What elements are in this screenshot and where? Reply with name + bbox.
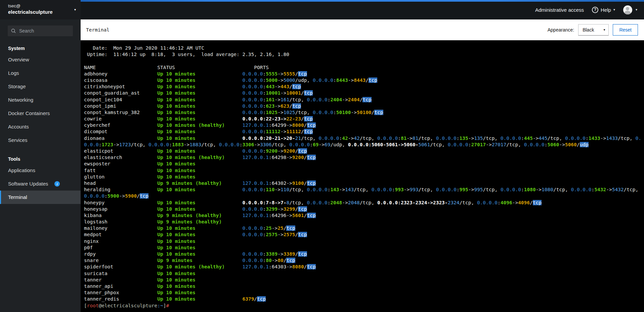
terminal-line: Uptime: 11:46:12 up 8:18, 3 users, load … (84, 51, 644, 58)
terminal-line: tanner_phpox Up 10 minutes (84, 290, 644, 296)
terminal-line: dicompot Up 10 minutes 0.0.0.0:11112->11… (84, 128, 644, 135)
sidebar: SystemOverviewLogsStorageNetworkingDocke… (0, 19, 81, 312)
terminal-line: conpot_guardian_ast Up 10 minutes 0.0.0.… (84, 90, 644, 96)
avatar (623, 5, 632, 14)
terminal-line: snare Up 9 minutes 0.0.0.0:80->80/tcp (84, 257, 644, 264)
terminal-line: mailoney Up 10 minutes 0.0.0.0:25->25/tc… (84, 225, 644, 231)
terminal-screen[interactable]: Date: Mon 29 Jun 2020 11:46:12 AM UTC Up… (81, 40, 644, 312)
help-label: Help (601, 7, 611, 13)
sidebar-item-services[interactable]: Services (0, 134, 81, 147)
select-caret-icon: ▾ (603, 28, 605, 32)
terminal-line: fatt Up 10 minutes (84, 167, 644, 174)
help-caret-icon: ▾ (613, 8, 615, 11)
admin-access-button[interactable]: Administrative access (535, 7, 584, 13)
terminal-line: head Up 9 minutes (healthy) 127.0.0.1:64… (84, 180, 644, 187)
terminal-line: tanner_redis Up 10 minutes 6379/tcp (84, 296, 644, 302)
sidebar-item-terminal[interactable]: Terminal (0, 191, 81, 204)
terminal-line: tanner_api Up 10 minutes (84, 283, 644, 290)
terminal-line: tanner Up 10 minutes (84, 277, 644, 283)
terminal-line: elasticsearch Up 10 minutes (healthy) 12… (84, 154, 644, 161)
host-switcher-caret-icon: ▾ (74, 8, 76, 11)
info-icon: i (54, 181, 60, 187)
terminal-line: conpot_iec104 Up 10 minutes 0.0.0.0:161-… (84, 97, 644, 103)
terminal-line: suricata Up 10 minutes (84, 270, 644, 277)
terminal-line: cyberchef Up 10 minutes (healthy) 127.0.… (84, 122, 644, 128)
terminal-line: glutton Up 10 minutes (84, 174, 644, 180)
masthead: Administrative access ? Help ▾ ▾ (0, 0, 644, 19)
sidebar-search[interactable] (8, 25, 73, 36)
sidebar-section-tools: Tools (0, 154, 81, 164)
terminal-line: elasticpot Up 10 minutes 0.0.0.0:9200->9… (84, 148, 644, 154)
terminal-line: cowrie Up 10 minutes 0.0.0.0:22-23->22-2… (84, 116, 644, 122)
sidebar-item-applications[interactable]: Applications (0, 164, 81, 177)
reset-button[interactable]: Reset (613, 24, 638, 36)
search-input[interactable] (18, 28, 70, 34)
search-icon (11, 29, 16, 33)
sidebar-section-system: System (0, 43, 81, 53)
terminal-line: honeypy Up 10 minutes 0.0.0.0:7-8->7-8/t… (84, 200, 644, 206)
sidebar-item-docker-containers[interactable]: Docker Containers (0, 107, 81, 120)
sidebar-item-networking[interactable]: Networking (0, 93, 81, 107)
session-menu[interactable]: ▾ (623, 5, 637, 14)
terminal-line: conpot_kamstrup_382 Up 10 minutes 0.0.0.… (84, 109, 644, 116)
terminal-line: 0.0.0.0:5900->5900/tcp (84, 193, 644, 199)
terminal-line: honeysap Up 10 minutes 0.0.0.0:3299->329… (84, 206, 644, 212)
sidebar-item-overview[interactable]: Overview (0, 53, 81, 66)
terminal-line: medpot Up 10 minutes 0.0.0.0:2575->2575/… (84, 231, 644, 238)
terminal-line: spiderfoot Up 10 minutes (healthy) 127.0… (84, 264, 644, 270)
terminal-line: conpot_ipmi Up 10 minutes 0.0.0.0:623->6… (84, 103, 644, 109)
appearance-select-value: Black (583, 27, 594, 33)
terminal-line: 0.0.0:1723->1723/tcp, 0.0.0.0:1883->1883… (84, 142, 644, 148)
terminal-line: adbhoney Up 10 minutes 0.0.0.0:5555->555… (84, 71, 644, 77)
sidebar-item-software-updates[interactable]: Software Updatesi (0, 177, 81, 191)
terminal-line: dionaea Up 10 minutes 0.0.0.0:20-21->20-… (84, 135, 644, 142)
sidebar-item-logs[interactable]: Logs (0, 66, 81, 80)
terminal-line: citrixhoneypot Up 10 minutes 0.0.0.0:443… (84, 84, 644, 90)
top-accent-bar (69, 0, 644, 2)
terminal-toolbar: Terminal Appearance: Black ▾ Reset (81, 19, 644, 40)
terminal-line: heralding Up 10 minutes 0.0.0.0:110->110… (84, 187, 644, 193)
terminal-line: logstash Up 9 minutes (healthy) (84, 219, 644, 225)
help-menu[interactable]: ? Help ▾ (592, 7, 615, 13)
appearance-select[interactable]: Black ▾ (578, 24, 609, 36)
terminal-line: [root@electricalsculpture:~]# (84, 303, 644, 309)
sidebar-nav: SystemOverviewLogsStorageNetworkingDocke… (0, 43, 81, 204)
terminal-line: ewsposter Up 10 minutes (84, 161, 644, 167)
terminal-line: kibana Up 9 minutes (healthy) 127.0.0.1:… (84, 212, 644, 219)
page-title: Terminal (86, 27, 110, 33)
terminal-line: p0f Up 10 minutes (84, 245, 644, 251)
terminal-line: nginx Up 10 minutes (84, 238, 644, 245)
session-caret-icon: ▾ (636, 8, 637, 11)
sidebar-item-storage[interactable]: Storage (0, 80, 81, 93)
terminal-line: Date: Mon 29 Jun 2020 11:46:12 AM UTC (84, 45, 644, 51)
brand-host: electricalsculpture (8, 9, 76, 15)
brand-user: tsec@ (8, 3, 76, 9)
terminal-line (84, 58, 644, 64)
appearance-label: Appearance: (548, 27, 574, 33)
terminal-line: ciscoasa Up 10 minutes 0.0.0.0:5000->500… (84, 77, 644, 84)
sidebar-item-accounts[interactable]: Accounts (0, 120, 81, 134)
host-switcher[interactable]: tsec@ electricalsculpture ▾ (0, 0, 81, 19)
terminal-line: NAME STATUS PORTS (84, 64, 644, 71)
help-icon: ? (592, 7, 598, 13)
terminal-line: rdpy Up 10 minutes 0.0.0.0:3389->3389/tc… (84, 251, 644, 257)
